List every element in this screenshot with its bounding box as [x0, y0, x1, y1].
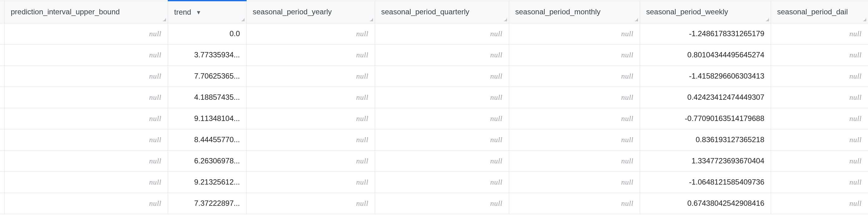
cell-trend[interactable]: 8.44455770... [168, 129, 246, 150]
cell-seasonal-period-daily[interactable]: null [771, 129, 868, 150]
cell-seasonal-period-yearly[interactable]: null [246, 108, 375, 129]
cell-prediction-interval-upper-bound[interactable]: null [4, 44, 168, 65]
cell-seasonal-period-weekly[interactable]: -1.2486178331265179 [640, 23, 771, 44]
column-resize-handle[interactable] [161, 17, 168, 23]
table-row[interactable]: null7.37222897...nullnullnull0.674380425… [0, 193, 868, 214]
cell-seasonal-period-daily[interactable]: null [771, 87, 868, 108]
cell-seasonal-period-monthly[interactable]: null [509, 172, 640, 193]
cell-seasonal-period-daily[interactable]: null [771, 44, 868, 65]
cell-seasonal-period-weekly[interactable]: 0.80104344495645274 [640, 44, 771, 65]
null-value: null [849, 30, 862, 38]
table-row[interactable]: null0.0nullnullnull-1.2486178331265179nu… [0, 23, 868, 44]
cell-prediction-interval-upper-bound[interactable]: null [4, 129, 168, 150]
cell-seasonal-period-quarterly[interactable]: null [375, 87, 509, 108]
cell-trend[interactable]: 7.70625365... [168, 65, 246, 87]
cell-seasonal-period-yearly[interactable]: null [246, 129, 375, 150]
cell-seasonal-period-daily[interactable]: null [771, 108, 868, 129]
cell-seasonal-period-monthly[interactable]: null [509, 87, 640, 108]
null-value: null [621, 30, 633, 38]
column-resize-handle[interactable] [369, 17, 375, 23]
cell-trend[interactable]: 0.0 [168, 23, 246, 44]
column-resize-handle[interactable] [765, 17, 771, 23]
cell-seasonal-period-monthly[interactable]: null [509, 193, 640, 214]
cell-seasonal-period-monthly[interactable]: null [509, 150, 640, 172]
cell-trend[interactable]: 4.18857435... [168, 87, 246, 108]
cell-seasonal-period-yearly[interactable]: null [246, 87, 375, 108]
null-value: null [621, 178, 633, 186]
cell-seasonal-period-quarterly[interactable]: null [375, 108, 509, 129]
cell-seasonal-period-weekly[interactable]: -1.4158296606303413 [640, 65, 771, 87]
column-header-seasonal-period-monthly[interactable]: seasonal_period_monthly [509, 1, 640, 23]
cell-seasonal-period-quarterly[interactable]: null [375, 172, 509, 193]
cell-seasonal-period-daily[interactable]: null [771, 172, 868, 193]
cell-seasonal-period-quarterly[interactable]: null [375, 193, 509, 214]
cell-seasonal-period-daily[interactable]: null [771, 23, 868, 44]
table-row[interactable]: null3.77335934...nullnullnull0.801043444… [0, 44, 868, 65]
cell-prediction-interval-upper-bound[interactable]: null [4, 87, 168, 108]
cell-seasonal-period-quarterly[interactable]: null [375, 129, 509, 150]
column-header-seasonal-period-quarterly[interactable]: seasonal_period_quarterly [375, 1, 509, 23]
column-label: seasonal_period_dail [777, 7, 848, 16]
cell-seasonal-period-yearly[interactable]: null [246, 65, 375, 87]
table-row[interactable]: null7.70625365...nullnullnull-1.41582966… [0, 65, 868, 87]
column-header-seasonal-period-weekly[interactable]: seasonal_period_weekly [640, 1, 771, 23]
cell-seasonal-period-weekly[interactable]: 0.67438042542908416 [640, 193, 771, 214]
cell-seasonal-period-monthly[interactable]: null [509, 129, 640, 150]
gutter-cell [0, 172, 4, 193]
null-value: null [849, 115, 862, 123]
cell-seasonal-period-weekly[interactable]: 1.3347723693670404 [640, 150, 771, 172]
column-header-prediction-interval-upper-bound[interactable]: prediction_interval_upper_bound [4, 1, 168, 23]
null-value: null [356, 178, 368, 186]
column-resize-handle[interactable] [862, 17, 868, 23]
cell-trend[interactable]: 9.11348104... [168, 108, 246, 129]
cell-seasonal-period-quarterly[interactable]: null [375, 65, 509, 87]
cell-seasonal-period-quarterly[interactable]: null [375, 44, 509, 65]
column-resize-handle[interactable] [240, 17, 246, 23]
table-row[interactable]: null8.44455770...nullnullnull0.836193127… [0, 129, 868, 150]
gutter-cell [0, 44, 4, 65]
column-resize-handle[interactable] [503, 17, 509, 23]
cell-seasonal-period-yearly[interactable]: null [246, 193, 375, 214]
null-value: null [621, 72, 633, 80]
cell-seasonal-period-weekly[interactable]: 0.836193127365218 [640, 129, 771, 150]
cell-prediction-interval-upper-bound[interactable]: null [4, 23, 168, 44]
column-resize-handle[interactable] [633, 17, 640, 23]
cell-seasonal-period-yearly[interactable]: null [246, 150, 375, 172]
cell-seasonal-period-weekly[interactable]: -0.77090163514179688 [640, 108, 771, 129]
cell-trend[interactable]: 7.37222897... [168, 193, 246, 214]
cell-seasonal-period-weekly[interactable]: -1.0648121585409736 [640, 172, 771, 193]
cell-seasonal-period-monthly[interactable]: null [509, 65, 640, 87]
cell-seasonal-period-quarterly[interactable]: null [375, 150, 509, 172]
table-row[interactable]: null6.26306978...nullnullnull1.334772369… [0, 150, 868, 172]
null-value: null [356, 135, 368, 144]
table-row[interactable]: null4.18857435...nullnullnull0.424234124… [0, 87, 868, 108]
cell-seasonal-period-monthly[interactable]: null [509, 23, 640, 44]
column-header-seasonal-period-yearly[interactable]: seasonal_period_yearly [246, 1, 375, 23]
cell-seasonal-period-yearly[interactable]: null [246, 23, 375, 44]
table-row[interactable]: null9.21325612...nullnullnull-1.06481215… [0, 172, 868, 193]
cell-seasonal-period-daily[interactable]: null [771, 193, 868, 214]
cell-seasonal-period-daily[interactable]: null [771, 150, 868, 172]
cell-seasonal-period-monthly[interactable]: null [509, 44, 640, 65]
cell-prediction-interval-upper-bound[interactable]: null [4, 172, 168, 193]
cell-seasonal-period-weekly[interactable]: 0.42423412474449307 [640, 87, 771, 108]
cell-trend[interactable]: 3.77335934... [168, 44, 246, 65]
cell-trend[interactable]: 6.26306978... [168, 150, 246, 172]
null-value: null [149, 199, 161, 207]
null-value: null [849, 93, 862, 101]
cell-seasonal-period-monthly[interactable]: null [509, 108, 640, 129]
cell-prediction-interval-upper-bound[interactable]: null [4, 193, 168, 214]
cell-trend[interactable]: 9.21325612... [168, 172, 246, 193]
column-header-trend[interactable]: trend ▼ [168, 1, 246, 23]
null-value: null [621, 115, 633, 123]
null-value: null [849, 135, 862, 144]
cell-seasonal-period-yearly[interactable]: null [246, 172, 375, 193]
table-row[interactable]: null9.11348104...nullnullnull-0.77090163… [0, 108, 868, 129]
column-header-seasonal-period-daily[interactable]: seasonal_period_dail [771, 1, 868, 23]
cell-prediction-interval-upper-bound[interactable]: null [4, 65, 168, 87]
cell-seasonal-period-quarterly[interactable]: null [375, 23, 509, 44]
cell-seasonal-period-yearly[interactable]: null [246, 44, 375, 65]
cell-prediction-interval-upper-bound[interactable]: null [4, 108, 168, 129]
cell-prediction-interval-upper-bound[interactable]: null [4, 150, 168, 172]
cell-seasonal-period-daily[interactable]: null [771, 65, 868, 87]
